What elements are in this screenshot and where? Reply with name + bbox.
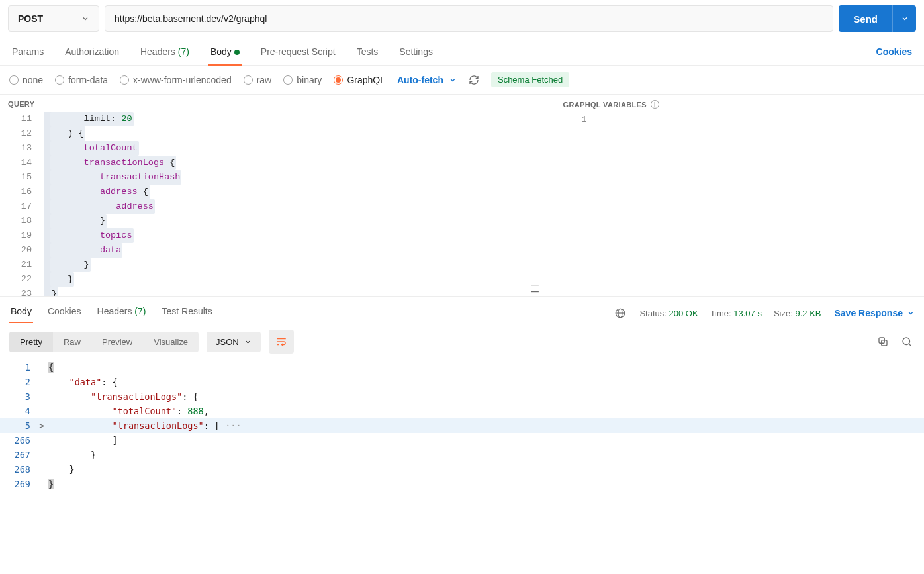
chevron-down-icon	[81, 15, 89, 23]
schema-fetched-badge: Schema Fetched	[491, 72, 569, 87]
request-url-input[interactable]	[105, 5, 833, 32]
body-type-graphql[interactable]: GraphQL	[334, 75, 385, 85]
search-icon[interactable]	[899, 334, 915, 350]
response-body-editor[interactable]: 1{2 "data": {3 "transactionLogs": {4 "to…	[0, 360, 924, 491]
resp-tab-cookies[interactable]: Cookies	[46, 303, 83, 323]
refresh-icon[interactable]	[469, 75, 479, 85]
cookies-link[interactable]: Cookies	[874, 40, 915, 65]
body-type-urlencoded[interactable]: x-www-form-urlencoded	[120, 75, 232, 85]
autofetch-toggle[interactable]: Auto-fetch	[397, 75, 457, 85]
pane-collapse-icon[interactable]: ——	[531, 281, 537, 295]
body-type-binary[interactable]: binary	[283, 75, 322, 85]
resp-tab-body[interactable]: Body	[9, 303, 33, 323]
http-method-select[interactable]: POST	[8, 5, 99, 32]
chevron-down-icon	[244, 338, 252, 346]
body-modified-dot	[234, 50, 240, 55]
query-pane: QUERY 11121314151617181920212223 limit: …	[0, 95, 555, 296]
request-tabs: Params Authorization Headers (7) Body Pr…	[0, 37, 924, 66]
resp-tab-test-results[interactable]: Test Results	[160, 303, 213, 323]
variables-pane: GRAPHQL VARIABLES i 1	[555, 95, 924, 296]
view-pretty[interactable]: Pretty	[9, 332, 53, 352]
http-method-value: POST	[18, 13, 43, 24]
tab-body-label: Body	[210, 46, 232, 57]
send-button[interactable]: Send	[839, 5, 916, 32]
response-tabs: Body Cookies Headers (7) Test Results St…	[0, 297, 924, 323]
tab-tests[interactable]: Tests	[354, 40, 381, 65]
body-type-row: none form-data x-www-form-urlencoded raw…	[0, 66, 924, 95]
tab-headers[interactable]: Headers (7)	[138, 40, 192, 65]
copy-icon[interactable]	[875, 334, 891, 350]
wrap-lines-button[interactable]	[269, 330, 294, 354]
tab-params[interactable]: Params	[9, 40, 46, 65]
body-type-raw[interactable]: raw	[244, 75, 272, 85]
save-response-button[interactable]: Save Response	[835, 308, 915, 318]
status-value: 200 OK	[669, 309, 698, 318]
query-editor[interactable]: 11121314151617181920212223 limit: 20 ) {…	[0, 112, 555, 296]
variables-pane-title: GRAPHQL VARIABLES	[563, 101, 647, 109]
query-pane-title: QUERY	[0, 95, 555, 112]
resp-tab-headers[interactable]: Headers (7)	[96, 303, 148, 323]
send-dropdown-button[interactable]	[892, 5, 916, 32]
variables-editor[interactable]: 1	[555, 113, 924, 296]
chevron-down-icon	[907, 309, 915, 317]
tab-prerequest[interactable]: Pre-request Script	[258, 40, 338, 65]
request-bar: POST Send	[0, 0, 924, 37]
tab-settings[interactable]: Settings	[396, 40, 436, 65]
chevron-down-icon	[449, 76, 457, 84]
size-value: 9.2 KB	[795, 309, 821, 318]
tab-body[interactable]: Body	[208, 40, 242, 65]
response-status-meta: Status: 200 OK Time: 13.07 s Size: 9.2 K…	[639, 309, 821, 318]
view-raw[interactable]: Raw	[53, 332, 91, 352]
tab-authorization[interactable]: Authorization	[62, 40, 122, 65]
send-button-label: Send	[839, 13, 892, 24]
response-lang-select[interactable]: JSON	[207, 332, 261, 352]
globe-icon[interactable]	[614, 307, 626, 319]
tab-headers-count: (7)	[178, 46, 189, 57]
body-type-none[interactable]: none	[9, 75, 43, 85]
response-format-row: Pretty Raw Preview Visualize JSON	[0, 323, 924, 360]
svg-point-7	[903, 338, 910, 345]
view-visualize[interactable]: Visualize	[143, 332, 199, 352]
graphql-editor-wrap: QUERY 11121314151617181920212223 limit: …	[0, 95, 924, 297]
time-value: 13.07 s	[733, 309, 762, 318]
info-icon[interactable]: i	[651, 100, 659, 109]
svg-line-8	[909, 344, 911, 346]
body-type-form-data[interactable]: form-data	[55, 75, 108, 85]
tab-headers-label: Headers	[140, 46, 175, 57]
view-preview[interactable]: Preview	[91, 332, 143, 352]
response-view-segment: Pretty Raw Preview Visualize	[9, 332, 199, 352]
